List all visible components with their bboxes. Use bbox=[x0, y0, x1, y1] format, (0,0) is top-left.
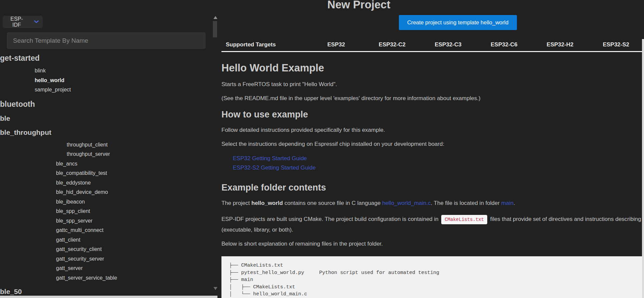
readme-h2-contents: Example folder contents bbox=[221, 183, 644, 193]
tree-item[interactable]: ble_spp_client bbox=[56, 207, 210, 216]
readme-content: Hello World Example Starts a FreeRTOS ta… bbox=[221, 57, 644, 298]
tree-item[interactable]: sample_project bbox=[35, 85, 210, 95]
target-chip: ESP32-C3 bbox=[420, 41, 476, 48]
sidebar-horizontal-scrollbar[interactable] bbox=[0, 296, 217, 298]
target-chip: ESP32-H2 bbox=[532, 41, 588, 48]
main-folder-link[interactable]: main bbox=[501, 200, 514, 206]
readme-cmake-line2: (executable, library, or both). bbox=[221, 226, 644, 234]
readme-h1: Hello World Example bbox=[221, 62, 644, 74]
supported-targets-row: Supported Targets ESP32ESP32-C2ESP32-C3E… bbox=[221, 38, 644, 51]
tree-item[interactable]: gattc_multi_connect bbox=[56, 226, 210, 235]
chevron-down-icon bbox=[34, 20, 39, 23]
code-line: ├── pytest_hello_world.py Python script … bbox=[229, 269, 644, 277]
readme-select: Select the instructions depending on Esp… bbox=[221, 140, 644, 148]
tree-item[interactable]: ble_ancs bbox=[56, 159, 210, 169]
tree-item[interactable]: ble_compatibility_test bbox=[56, 169, 210, 178]
tree-item[interactable]: ble_throughput bbox=[0, 127, 210, 137]
tree-item[interactable]: throughput_client bbox=[67, 140, 210, 150]
tree-item[interactable]: throughput_server bbox=[67, 150, 210, 159]
tree-item[interactable]: ble_hid_device_demo bbox=[56, 188, 210, 197]
tree-item[interactable]: ble_eddystone bbox=[56, 178, 210, 188]
tree-item[interactable]: gatt_security_server bbox=[56, 254, 210, 264]
code-line: │ └── hello_world_main.c bbox=[229, 291, 644, 298]
readme-cmake-line: ESP-IDF projects are built using CMake. … bbox=[221, 215, 644, 224]
readme-project-line: The project hello_world contains one sou… bbox=[221, 200, 644, 207]
cmakelists-code-badge: CMakeLists.txt bbox=[441, 215, 487, 224]
code-line: ├── main bbox=[229, 276, 644, 284]
readme-intro: Starts a FreeRTOS task to print "Hello W… bbox=[221, 81, 644, 88]
search-input[interactable] bbox=[7, 32, 205, 49]
new-project-panel: New Project Create project using templat… bbox=[220, 0, 644, 298]
target-chip: ESP32-C6 bbox=[476, 41, 532, 48]
code-line: ├── CMakeLists.txt bbox=[229, 262, 644, 269]
tree-item[interactable]: gatt_server bbox=[56, 264, 210, 273]
folder-tree-code-block: ├── CMakeLists.txt├── pytest_hello_world… bbox=[221, 256, 644, 298]
hello-world-main-link[interactable]: hello_world_main.c bbox=[382, 200, 431, 206]
supported-targets-label: Supported Targets bbox=[221, 41, 308, 48]
getting-started-link[interactable]: ESP32-S2 Getting Started Guide bbox=[233, 163, 644, 173]
target-chip: ESP32-C2 bbox=[364, 41, 420, 48]
target-chip: ESP32 bbox=[308, 41, 364, 48]
tree-item[interactable]: ble bbox=[0, 113, 210, 123]
readme-see-note: (See the README.md file in the upper lev… bbox=[221, 95, 644, 102]
scroll-up-icon[interactable] bbox=[213, 16, 217, 19]
scroll-down-icon[interactable] bbox=[213, 287, 217, 290]
tree-item[interactable]: bluetooth bbox=[0, 99, 210, 109]
code-line: │ ├── CMakeLists.txt bbox=[229, 284, 644, 291]
readme-h2-usage: How to use example bbox=[221, 109, 644, 120]
readme-below: Below is short explanation of remaining … bbox=[221, 240, 644, 248]
readme-follow: Follow detailed instructions provided sp… bbox=[221, 126, 644, 134]
template-tree: get-startedblinkhello_worldsample_projec… bbox=[0, 49, 210, 295]
tree-item[interactable]: ble_spp_server bbox=[56, 216, 210, 226]
tree-item[interactable]: ble_50 bbox=[0, 287, 210, 295]
tree-item[interactable]: ble_ibeacon bbox=[56, 197, 210, 207]
getting-started-link[interactable]: ESP32 Getting Started Guide bbox=[233, 154, 644, 163]
sidebar-scrollbar-thumb[interactable] bbox=[213, 21, 217, 37]
create-project-button[interactable]: Create project using template hello_worl… bbox=[399, 15, 517, 30]
targets-divider bbox=[221, 51, 644, 52]
tree-item[interactable]: gatt_client bbox=[56, 235, 210, 245]
templates-sidebar: ESP-IDF get-startedblinkhello_worldsampl… bbox=[0, 0, 220, 298]
page-title: New Project bbox=[328, 0, 391, 11]
target-chip: ESP32-S2 bbox=[588, 41, 644, 48]
guide-links: ESP32 Getting Started GuideESP32-S2 Gett… bbox=[221, 154, 644, 173]
tree-item[interactable]: blink bbox=[35, 66, 210, 76]
framework-dropdown[interactable]: ESP-IDF bbox=[3, 16, 43, 28]
tree-item[interactable]: hello_world bbox=[35, 76, 210, 85]
tree-item[interactable]: get-started bbox=[0, 53, 210, 63]
main-scrollbar[interactable] bbox=[642, 39, 644, 298]
tree-item[interactable]: gatt_security_client bbox=[56, 245, 210, 254]
framework-dropdown-value: ESP-IDF bbox=[7, 16, 27, 28]
tree-item[interactable]: gatt_server_service_table bbox=[56, 273, 210, 283]
